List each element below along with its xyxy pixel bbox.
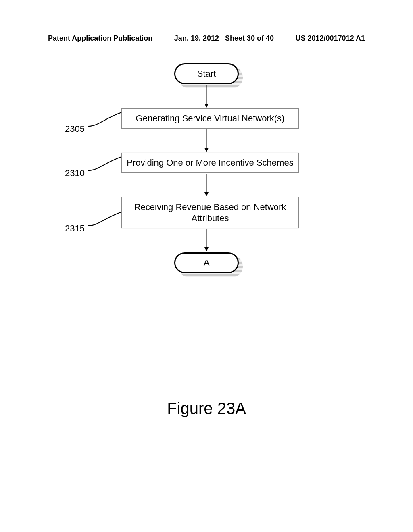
leader-line-icon	[87, 210, 123, 227]
terminator-start-label: Start	[174, 63, 239, 84]
header-publication-number: US 2012/0017012 A1	[296, 34, 365, 43]
terminator-end-label: A	[174, 252, 239, 273]
step-box: Providing One or More Incentive Schemes	[121, 153, 299, 173]
arrow-down-icon	[0, 173, 413, 197]
terminator-end: A	[174, 252, 239, 273]
step-box: Generating Service Virtual Network(s)	[121, 108, 299, 129]
arrow-down-icon	[0, 228, 413, 252]
step-box: Receiving Revenue Based on Network Attri…	[121, 197, 299, 228]
step-2315: Receiving Revenue Based on Network Attri…	[121, 197, 299, 228]
terminator-start: Start	[174, 63, 239, 84]
header-date-sheet: Jan. 19, 2012 Sheet 30 of 40	[174, 34, 274, 43]
arrow-down-icon	[0, 129, 413, 153]
leader-line-icon	[87, 154, 123, 172]
step-2305: Generating Service Virtual Network(s) 23…	[121, 108, 299, 129]
arrow-down-icon	[0, 84, 413, 108]
flowchart: Start Generating Service Virtual Network…	[0, 63, 413, 273]
header-publication-type: Patent Application Publication	[48, 34, 152, 43]
step-2310: Providing One or More Incentive Schemes …	[121, 153, 299, 173]
page: Patent Application Publication Jan. 19, …	[0, 0, 413, 532]
header-sheet: Sheet 30 of 40	[225, 34, 274, 42]
leader-line-icon	[87, 110, 123, 128]
header-date: Jan. 19, 2012	[174, 34, 219, 42]
page-header: Patent Application Publication Jan. 19, …	[48, 34, 365, 43]
figure-label: Figure 23A	[0, 399, 413, 418]
